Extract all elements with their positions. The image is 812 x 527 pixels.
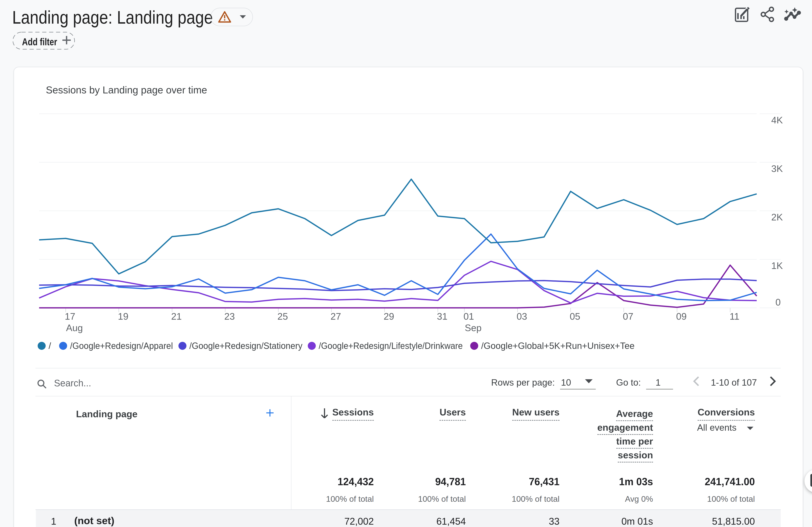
- svg-text:19: 19: [118, 311, 128, 322]
- svg-text:21: 21: [171, 311, 182, 322]
- svg-text:/Google+Redesign/Stationery: /Google+Redesign/Stationery: [189, 341, 303, 351]
- svg-text:1K: 1K: [771, 260, 783, 271]
- svg-text:0: 0: [775, 297, 781, 307]
- svg-text:Aug: Aug: [66, 322, 83, 333]
- svg-text:3K: 3K: [771, 163, 783, 174]
- svg-text:17: 17: [65, 311, 75, 322]
- svg-text:07: 07: [623, 311, 633, 322]
- svg-text:01: 01: [463, 311, 474, 322]
- svg-text:25: 25: [277, 311, 288, 322]
- svg-text:05: 05: [570, 311, 580, 322]
- svg-text:4K: 4K: [771, 115, 783, 125]
- svg-text:11: 11: [729, 311, 739, 322]
- svg-text:31: 31: [437, 311, 448, 322]
- svg-text:/Google+Global+5K+Run+Unisex+T: /Google+Global+5K+Run+Unisex+Tee: [481, 341, 635, 351]
- svg-text:2K: 2K: [771, 212, 783, 223]
- svg-text:09: 09: [676, 311, 687, 322]
- svg-text:29: 29: [383, 311, 394, 322]
- svg-text:/Google+Redesign/Apparel: /Google+Redesign/Apparel: [70, 341, 173, 351]
- svg-text:23: 23: [224, 311, 235, 322]
- svg-text:03: 03: [517, 311, 527, 322]
- svg-text:/: /: [48, 341, 51, 351]
- svg-text:27: 27: [331, 311, 341, 322]
- svg-text:/Google+Redesign/Lifestyle/Dri: /Google+Redesign/Lifestyle/Drinkware: [319, 341, 463, 351]
- svg-text:Sep: Sep: [465, 322, 482, 333]
